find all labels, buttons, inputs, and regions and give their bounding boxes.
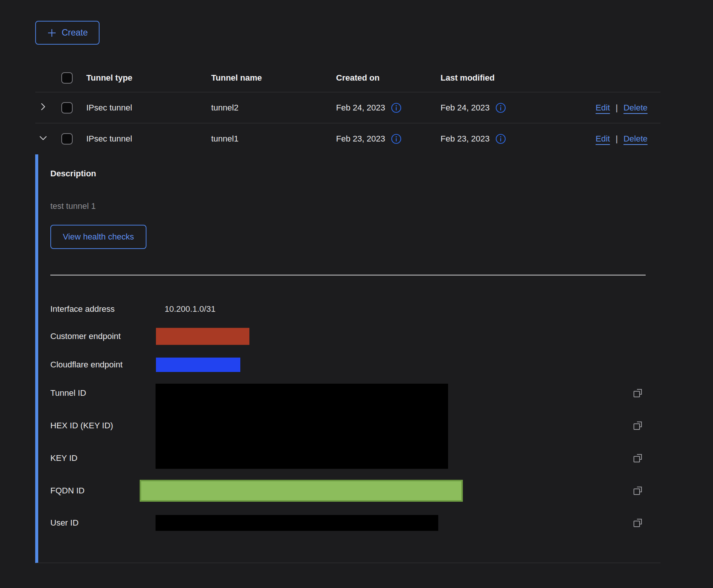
create-button-label: Create [62, 28, 88, 38]
column-header-last-modified: Last modified [441, 73, 558, 83]
tunnel-name-cell: tunnel2 [211, 103, 336, 113]
table-row-tunnel1: IPsec tunnel tunnel1 Feb 23, 2023 Feb 23… [35, 123, 660, 154]
copy-icon[interactable] [632, 387, 644, 399]
hex-id-label: HEX ID (KEY ID) [50, 421, 113, 431]
interface-address-label: Interface address [50, 304, 115, 314]
delete-link[interactable]: Delete [623, 134, 648, 144]
description-value: test tunnel 1 [50, 201, 96, 211]
copy-icon[interactable] [632, 485, 644, 497]
copy-icon[interactable] [632, 517, 644, 529]
user-id-redaction [156, 515, 438, 531]
table-row-tunnel2: IPsec tunnel tunnel2 Feb 24, 2023 Feb 24… [35, 92, 660, 123]
info-icon[interactable] [391, 134, 402, 144]
select-row-checkbox[interactable] [61, 133, 73, 145]
tunnel-id-label: Tunnel ID [50, 388, 86, 398]
created-on-cell: Feb 24, 2023 [336, 103, 385, 113]
tunnel-type-cell: IPsec tunnel [86, 134, 211, 144]
plus-icon [47, 28, 57, 38]
tunnel-details-panel: Description test tunnel 1 View health ch… [35, 154, 660, 563]
info-icon[interactable] [391, 103, 402, 113]
fqdn-id-label: FQDN ID [50, 486, 84, 496]
tunnel-hex-key-id-redaction [156, 384, 448, 469]
table-header-row: Tunnel type Tunnel name Created on Last … [35, 64, 660, 92]
select-row-checkbox[interactable] [61, 102, 73, 114]
key-id-label: KEY ID [50, 453, 78, 463]
info-icon[interactable] [495, 103, 506, 113]
chevron-down-icon[interactable] [38, 133, 48, 143]
tunnel-type-cell: IPsec tunnel [86, 103, 211, 113]
edit-link[interactable]: Edit [596, 134, 610, 144]
select-all-checkbox[interactable] [61, 72, 73, 84]
tunnels-table: Tunnel type Tunnel name Created on Last … [35, 64, 660, 563]
divider [50, 275, 646, 275]
tunnels-page: Create Tunnel type Tunnel name Created o… [0, 0, 713, 588]
column-header-created-on: Created on [336, 73, 441, 83]
action-separator: | [616, 134, 618, 144]
interface-address-value: 10.200.1.0/31 [165, 304, 216, 314]
user-id-label: User ID [50, 518, 79, 528]
description-label: Description [50, 169, 96, 179]
created-on-cell: Feb 23, 2023 [336, 134, 385, 144]
tunnel-name-cell: tunnel1 [211, 134, 336, 144]
customer-endpoint-redaction [156, 328, 249, 345]
copy-icon[interactable] [632, 452, 644, 464]
fqdn-id-redaction [140, 480, 463, 502]
last-modified-cell: Feb 23, 2023 [441, 134, 490, 144]
delete-link[interactable]: Delete [623, 103, 648, 113]
cloudflare-endpoint-label: Cloudflare endpoint [50, 360, 123, 370]
column-header-tunnel-name: Tunnel name [211, 73, 336, 83]
customer-endpoint-label: Customer endpoint [50, 331, 121, 341]
view-health-checks-button[interactable]: View health checks [50, 225, 146, 249]
chevron-right-icon[interactable] [38, 101, 48, 112]
column-header-tunnel-type: Tunnel type [86, 73, 211, 83]
cloudflare-endpoint-redaction [156, 358, 240, 372]
last-modified-cell: Feb 24, 2023 [441, 103, 490, 113]
action-separator: | [616, 103, 618, 113]
create-button[interactable]: Create [35, 21, 100, 45]
copy-icon[interactable] [632, 420, 644, 432]
info-icon[interactable] [495, 134, 506, 144]
edit-link[interactable]: Edit [596, 103, 610, 113]
